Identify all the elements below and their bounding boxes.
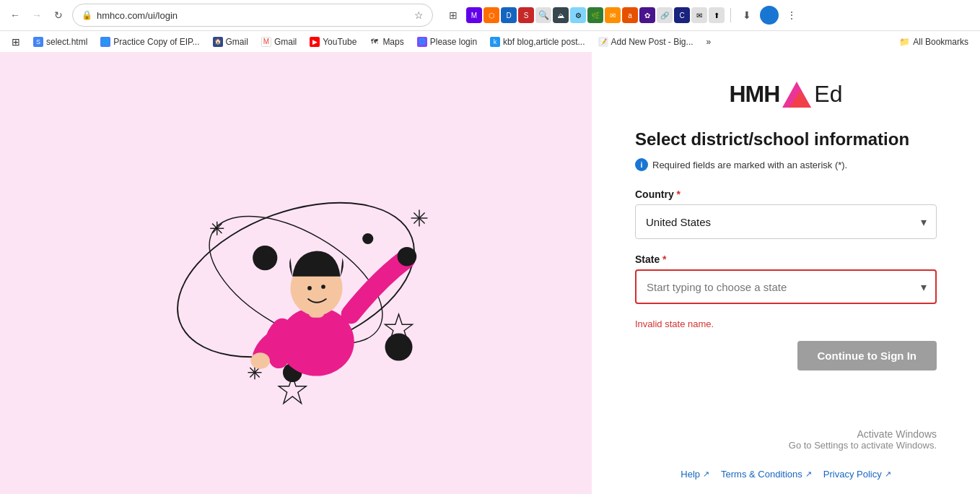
svg-point-25 (307, 286, 312, 290)
svg-point-16 (253, 246, 277, 270)
person-illustration (159, 129, 433, 417)
help-link[interactable]: Help ↗ (681, 469, 709, 480)
activate-windows-line2: Go to Settings to activate Windows. (789, 440, 937, 451)
ext-icon-11[interactable]: ✿ (639, 7, 655, 23)
continue-button[interactable]: Continue to Sign In (797, 341, 937, 370)
ext-icon-10[interactable]: a (622, 7, 638, 23)
ext-icon-7[interactable]: ⚙ (570, 7, 586, 23)
ext-icon-1[interactable]: M (466, 7, 482, 23)
menu-icon[interactable]: ⋮ (782, 5, 802, 25)
svg-point-17 (362, 233, 373, 244)
ext-icon-8[interactable]: 🌿 (587, 7, 603, 23)
back-button[interactable]: ← (6, 6, 25, 25)
bookmark-homepage[interactable]: 🏠 Gmail (207, 35, 254, 49)
favicon-homepage: 🏠 (213, 37, 223, 47)
ext-icon-15[interactable]: ⬆ (709, 7, 725, 23)
state-label: State * (635, 254, 937, 265)
bookmark-youtube[interactable]: ▶ YouTube (304, 35, 362, 49)
terms-link[interactable]: Terms & Conditions ↗ (721, 469, 812, 480)
logo-container: HMH Ed (729, 81, 842, 108)
lock-icon: 🔒 (82, 10, 92, 20)
bookmark-star-icon[interactable]: ☆ (414, 9, 424, 21)
nav-buttons: ← → ↻ (6, 6, 68, 25)
bookmark-label: All Bookmarks (913, 37, 968, 47)
bookmark-gmail[interactable]: M Gmail (255, 35, 302, 49)
svg-point-26 (321, 285, 325, 289)
state-error-message: Invalid state name. (635, 318, 937, 329)
bookmark-label: select.html (46, 37, 87, 47)
footer-links: Help ↗ Terms & Conditions ↗ Privacy Poli… (681, 469, 891, 480)
country-select[interactable]: United States (635, 204, 937, 239)
state-select-wrapper: ▾ (635, 269, 937, 304)
info-row: i Required fields are marked with an ast… (635, 158, 937, 171)
bookmark-addpost[interactable]: 📝 Add New Post - Big... (592, 35, 699, 49)
info-icon: i (635, 158, 648, 171)
bookmark-label: Gmail (274, 37, 297, 47)
country-label: Country * (635, 188, 937, 200)
activate-windows-line1: Activate Windows (789, 428, 937, 440)
bookmark-label: Add New Post - Big... (611, 37, 694, 47)
favicon-practice: 🌐 (100, 37, 110, 47)
bookmark-kbf[interactable]: k kbf blog,article post... (484, 35, 590, 49)
bookmark-label: kbf blog,article post... (503, 37, 585, 47)
favicon-select: S (33, 37, 43, 47)
forward-button[interactable]: → (27, 6, 46, 25)
ext-icon-2[interactable]: ⬡ (484, 7, 499, 23)
privacy-link[interactable]: Privacy Policy ↗ (823, 469, 891, 480)
ext-icon-14[interactable]: ✉ (691, 7, 707, 23)
bookmarks-bar: ⊞ S select.html 🌐 Practice Copy of EIP..… (0, 30, 980, 52)
ext-icon-9[interactable]: ✉ (605, 7, 621, 23)
help-label: Help (681, 469, 700, 480)
ext-icon-13[interactable]: C (674, 7, 690, 23)
external-link-icon: ↗ (703, 469, 709, 479)
state-input[interactable] (635, 269, 937, 304)
favicon-addpost: 📝 (598, 37, 608, 47)
svg-point-22 (250, 352, 270, 369)
favicon-maps: 🗺 (369, 37, 380, 47)
bookmark-please-login[interactable]: 🌐 Please login (411, 35, 483, 49)
bookmark-all[interactable]: 📁 All Bookmarks (893, 35, 974, 49)
required-marker: * (674, 188, 681, 200)
left-panel (0, 52, 592, 494)
right-panel: HMH Ed Select district/school informatio… (592, 52, 980, 494)
favicon-kbf: k (490, 37, 500, 47)
profile-icon[interactable]: 👤 (760, 6, 779, 25)
ext-icon-4[interactable]: S (518, 7, 534, 23)
external-link-icon-privacy: ↗ (885, 469, 891, 479)
svg-point-21 (398, 247, 417, 266)
terms-label: Terms & Conditions (721, 469, 802, 480)
ext-icon-3[interactable]: D (501, 7, 517, 23)
grid-icon: ⊞ (12, 36, 20, 48)
bookmark-grid[interactable]: ⊞ (6, 34, 26, 50)
bookmark-label: Gmail (226, 37, 248, 47)
bookmark-practice[interactable]: 🌐 Practice Copy of EIP... (95, 35, 205, 49)
ext-icon-5[interactable]: 🔍 (535, 7, 551, 23)
bookmark-more[interactable]: » (701, 35, 717, 49)
reload-button[interactable]: ↻ (49, 6, 68, 25)
bookmark-label: Maps (382, 37, 403, 47)
form-title: Select district/school information (635, 129, 937, 150)
extensions-icon[interactable]: ⊞ (443, 5, 463, 25)
bookmark-label: YouTube (323, 37, 356, 47)
favicon-login: 🌐 (417, 37, 427, 47)
extension-icons: M ⬡ D S 🔍 ⛰ ⚙ 🌿 ✉ a ✿ 🔗 C ✉ ⬆ (466, 7, 725, 23)
url-text: hmhco.com/ui/login (97, 10, 410, 21)
favicon-gmail: M (261, 37, 271, 47)
ext-icon-12[interactable]: 🔗 (657, 7, 673, 23)
required-marker-state: * (660, 254, 666, 265)
svg-point-18 (385, 334, 413, 361)
download-icon[interactable]: ⬇ (737, 5, 757, 25)
toolbar-icons: ⊞ M ⬡ D S 🔍 ⛰ ⚙ 🌿 ✉ a ✿ 🔗 C ✉ ⬆ ⬇ 👤 (443, 5, 802, 25)
privacy-label: Privacy Policy (823, 469, 882, 480)
bookmark-maps[interactable]: 🗺 Maps (364, 35, 409, 49)
bookmark-select-html[interactable]: S select.html (27, 35, 93, 49)
favicon-youtube: ▶ (310, 37, 320, 47)
browser-toolbar: ← → ↻ 🔒 hmhco.com/ui/login ☆ ⊞ M ⬡ D S 🔍… (0, 0, 980, 30)
external-link-icon-terms: ↗ (805, 469, 812, 479)
ext-icon-6[interactable]: ⛰ (553, 7, 569, 23)
bookmark-label: Please login (430, 37, 477, 47)
folder-icon: 📁 (899, 37, 910, 47)
activate-windows-notice: Activate Windows Go to Settings to activ… (789, 428, 937, 451)
address-bar[interactable]: 🔒 hmhco.com/ui/login ☆ (72, 4, 433, 27)
main-content: HMH Ed Select district/school informatio… (0, 52, 980, 494)
